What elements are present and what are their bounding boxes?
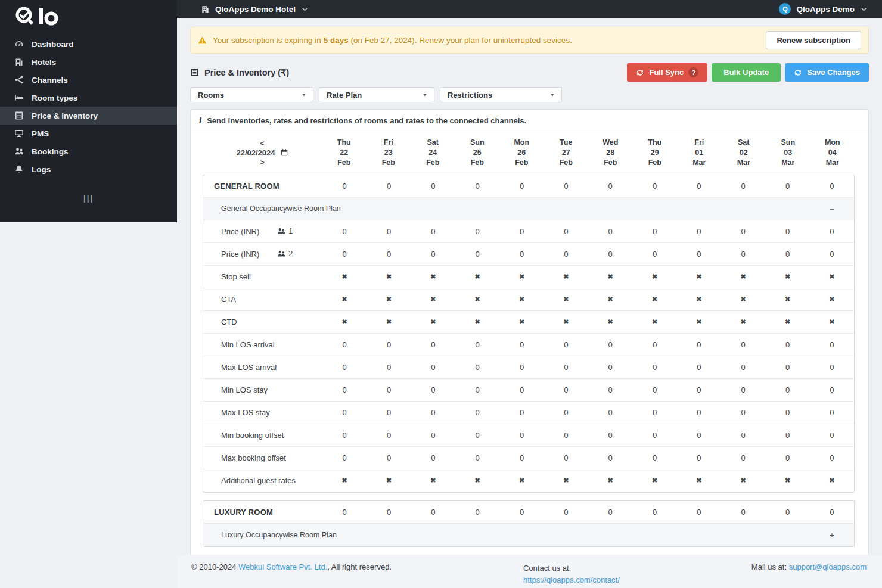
value-cell[interactable]: 0: [632, 453, 676, 462]
value-cell[interactable]: 0: [588, 227, 632, 236]
blocked-toggle-icon[interactable]: ✖: [810, 318, 854, 326]
value-cell[interactable]: 0: [367, 227, 411, 236]
value-cell[interactable]: 0: [677, 227, 721, 236]
value-cell[interactable]: 0: [721, 385, 765, 394]
value-cell[interactable]: 0: [499, 453, 544, 462]
blocked-toggle-icon[interactable]: ✖: [367, 477, 411, 484]
user-menu[interactable]: Q QloApps Demo: [779, 3, 868, 15]
value-cell[interactable]: 0: [765, 453, 809, 462]
blocked-toggle-icon[interactable]: ✖: [677, 477, 721, 484]
value-cell[interactable]: 0: [544, 385, 588, 394]
value-cell[interactable]: 0: [411, 227, 455, 236]
inventory-cell[interactable]: 0: [367, 182, 411, 191]
value-cell[interactable]: 0: [411, 340, 455, 349]
inventory-cell[interactable]: 0: [455, 182, 499, 191]
value-cell[interactable]: 0: [544, 340, 588, 349]
blocked-toggle-icon[interactable]: ✖: [677, 273, 721, 281]
value-cell[interactable]: 0: [588, 431, 632, 440]
value-cell[interactable]: 0: [322, 363, 367, 372]
value-cell[interactable]: 0: [810, 363, 854, 372]
blocked-toggle-icon[interactable]: ✖: [411, 318, 455, 326]
value-cell[interactable]: 0: [544, 408, 588, 417]
value-cell[interactable]: 0: [455, 340, 499, 349]
value-cell[interactable]: 0: [588, 250, 632, 259]
inventory-cell[interactable]: 0: [544, 508, 588, 517]
value-cell[interactable]: 0: [322, 408, 367, 417]
value-cell[interactable]: 0: [411, 250, 455, 259]
value-cell[interactable]: 0: [588, 453, 632, 462]
prev-date-button[interactable]: <: [255, 138, 269, 148]
blocked-toggle-icon[interactable]: ✖: [411, 273, 455, 281]
value-cell[interactable]: 0: [367, 431, 411, 440]
inventory-cell[interactable]: 0: [499, 182, 544, 191]
inventory-cell[interactable]: 0: [411, 508, 455, 517]
blocked-toggle-icon[interactable]: ✖: [588, 273, 632, 281]
value-cell[interactable]: 0: [455, 408, 499, 417]
sidebar-item-channels[interactable]: Channels: [0, 71, 177, 89]
value-cell[interactable]: 0: [588, 340, 632, 349]
blocked-toggle-icon[interactable]: ✖: [721, 477, 765, 484]
blocked-toggle-icon[interactable]: ✖: [765, 318, 809, 326]
inventory-cell[interactable]: 0: [765, 508, 809, 517]
value-cell[interactable]: 0: [810, 408, 854, 417]
value-cell[interactable]: 0: [322, 227, 367, 236]
webkul-link[interactable]: Webkul Software Pvt. Ltd.: [238, 562, 327, 571]
next-date-button[interactable]: >: [255, 157, 269, 167]
value-cell[interactable]: 0: [810, 431, 854, 440]
sidebar-item-dashboard[interactable]: Dashboard: [0, 35, 177, 53]
blocked-toggle-icon[interactable]: ✖: [544, 295, 588, 303]
sidebar-item-logs[interactable]: Logs: [0, 160, 177, 178]
value-cell[interactable]: 0: [632, 408, 676, 417]
value-cell[interactable]: 0: [721, 227, 765, 236]
blocked-toggle-icon[interactable]: ✖: [455, 477, 499, 484]
value-cell[interactable]: 0: [455, 431, 499, 440]
blocked-toggle-icon[interactable]: ✖: [588, 477, 632, 484]
blocked-toggle-icon[interactable]: ✖: [499, 295, 544, 303]
value-cell[interactable]: 0: [322, 340, 367, 349]
inventory-cell[interactable]: 0: [721, 182, 765, 191]
value-cell[interactable]: 0: [367, 250, 411, 259]
value-cell[interactable]: 0: [632, 385, 676, 394]
sidebar-collapse-handle[interactable]: |||: [0, 194, 177, 203]
sidebar-item-room-types[interactable]: Room types: [0, 89, 177, 107]
value-cell[interactable]: 0: [367, 453, 411, 462]
save-changes-button[interactable]: Save Changes: [785, 63, 869, 82]
inventory-cell[interactable]: 0: [367, 508, 411, 517]
rate-plan-dropdown[interactable]: Rate Plan: [319, 87, 434, 102]
inventory-cell[interactable]: 0: [588, 508, 632, 517]
blocked-toggle-icon[interactable]: ✖: [322, 318, 367, 326]
blocked-toggle-icon[interactable]: ✖: [721, 295, 765, 303]
blocked-toggle-icon[interactable]: ✖: [721, 273, 765, 281]
value-cell[interactable]: 0: [765, 227, 809, 236]
blocked-toggle-icon[interactable]: ✖: [632, 318, 676, 326]
value-cell[interactable]: 0: [677, 453, 721, 462]
restrictions-dropdown[interactable]: Restrictions: [440, 87, 562, 102]
plan-toggle[interactable]: +: [810, 530, 854, 540]
value-cell[interactable]: 0: [810, 250, 854, 259]
inventory-cell[interactable]: 0: [588, 182, 632, 191]
blocked-toggle-icon[interactable]: ✖: [411, 477, 455, 484]
blocked-toggle-icon[interactable]: ✖: [810, 273, 854, 281]
inventory-cell[interactable]: 0: [632, 182, 676, 191]
hotel-selector[interactable]: QloApps Demo Hotel: [201, 5, 309, 14]
blocked-toggle-icon[interactable]: ✖: [499, 477, 544, 484]
value-cell[interactable]: 0: [721, 340, 765, 349]
value-cell[interactable]: 0: [810, 227, 854, 236]
inventory-cell[interactable]: 0: [765, 182, 809, 191]
value-cell[interactable]: 0: [322, 453, 367, 462]
value-cell[interactable]: 0: [632, 227, 676, 236]
value-cell[interactable]: 0: [677, 340, 721, 349]
value-cell[interactable]: 0: [455, 227, 499, 236]
value-cell[interactable]: 0: [455, 385, 499, 394]
value-cell[interactable]: 0: [721, 431, 765, 440]
sidebar-item-price-inventory[interactable]: Price & inventory: [0, 107, 177, 125]
blocked-toggle-icon[interactable]: ✖: [588, 318, 632, 326]
calendar-icon[interactable]: [280, 148, 288, 157]
blocked-toggle-icon[interactable]: ✖: [322, 477, 367, 484]
blocked-toggle-icon[interactable]: ✖: [367, 318, 411, 326]
value-cell[interactable]: 0: [367, 408, 411, 417]
value-cell[interactable]: 0: [765, 363, 809, 372]
value-cell[interactable]: 0: [810, 385, 854, 394]
value-cell[interactable]: 0: [765, 340, 809, 349]
blocked-toggle-icon[interactable]: ✖: [455, 295, 499, 303]
